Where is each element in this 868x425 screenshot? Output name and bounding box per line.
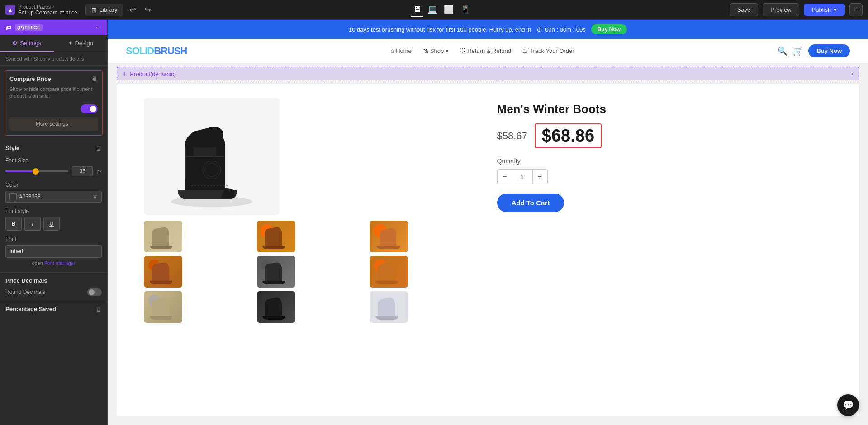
- thumbnail-grid: [144, 221, 479, 323]
- grid-icon: ⊞: [91, 6, 97, 14]
- product-images: [144, 98, 479, 402]
- compare-price-toggle[interactable]: [81, 104, 98, 113]
- redo-button[interactable]: ↪: [142, 3, 153, 17]
- quantity-label: Quantity: [497, 157, 832, 165]
- color-label: Color: [5, 182, 102, 188]
- color-input[interactable]: #333333 ✕: [5, 191, 102, 203]
- round-decimals-row: Round Decimals: [5, 288, 102, 296]
- slider-fill: [5, 170, 34, 172]
- quantity-decrease-button[interactable]: −: [497, 169, 512, 184]
- product-dynamic-banner[interactable]: + Product(dynamic) ›: [117, 67, 859, 80]
- p-price-icon: 🏷: [5, 24, 11, 31]
- undo-button[interactable]: ↩: [128, 3, 138, 17]
- percentage-saved-section: Percentage Saved 🖥: [0, 301, 107, 317]
- main-content: 🏷 (P) PRICE ← ⚙ Settings ✦ Design Synced…: [0, 20, 868, 425]
- thumbnail-1[interactable]: [144, 221, 182, 252]
- add-to-cart-button[interactable]: Add To Cart: [497, 194, 564, 212]
- font-select[interactable]: Inherit: [5, 245, 102, 258]
- search-icon[interactable]: 🔍: [778, 46, 787, 56]
- font-size-slider[interactable]: [5, 170, 68, 172]
- announcement-bar: 10 days test brushing without risk for f…: [108, 20, 868, 39]
- thumbnail-3[interactable]: [370, 221, 408, 252]
- tab-design[interactable]: ✦ Design: [54, 35, 108, 52]
- device-icons: 🖥 💻 ⬜ 📱: [411, 3, 472, 17]
- font-size-slider-row: 35 px: [5, 166, 102, 176]
- more-options-button[interactable]: ···: [849, 3, 863, 16]
- sidebar: 🏷 (P) PRICE ← ⚙ Settings ✦ Design Synced…: [0, 20, 108, 425]
- thumbnail-9[interactable]: [370, 291, 408, 323]
- design-tab-label: Design: [75, 40, 93, 47]
- save-button[interactable]: Save: [730, 3, 759, 16]
- store-nav-icons: 🔍 🛒 Buy Now: [778, 44, 850, 57]
- mobile-icon[interactable]: 📱: [458, 3, 472, 17]
- home-icon: ⌂: [390, 47, 394, 54]
- font-size-input[interactable]: 35: [72, 166, 93, 176]
- compare-price-header: Compare Price 🖥: [9, 75, 98, 82]
- more-settings-button[interactable]: More settings ›: [9, 117, 98, 131]
- bold-button[interactable]: B: [5, 217, 22, 231]
- slider-thumb[interactable]: [33, 168, 39, 175]
- style-section: Style 🖥 Font Size 35 px Color #333333 ✕: [0, 140, 107, 273]
- sidebar-tabs: ⚙ Settings ✦ Design: [0, 35, 107, 52]
- sidebar-header: 🏷 (P) PRICE ←: [0, 20, 107, 35]
- thumbnail-7[interactable]: [144, 291, 182, 323]
- nav-shop[interactable]: 🛍 Shop ▾: [422, 47, 449, 54]
- style-device-icon: 🖥: [95, 145, 102, 152]
- thumbnail-4[interactable]: [144, 256, 182, 288]
- main-product-image: [144, 98, 280, 215]
- boot-illustration: [148, 102, 275, 211]
- announcement-buy-now-button[interactable]: Buy Now: [591, 24, 627, 34]
- product-dynamic-label: Product(dynamic): [130, 71, 176, 77]
- quantity-value: 1: [512, 169, 532, 184]
- breadcrumb: Product Pages ›: [18, 4, 77, 9]
- sidebar-back-button[interactable]: ←: [95, 24, 102, 32]
- font-label: Font: [5, 236, 102, 242]
- thumbnail-2[interactable]: [257, 221, 295, 252]
- cart-icon[interactable]: 🛒: [793, 46, 803, 56]
- main-price-value: $68.86: [535, 123, 602, 148]
- laptop-icon[interactable]: 💻: [426, 3, 439, 17]
- countdown-timer: ⏱ 00h : 00m : 00s: [536, 26, 586, 33]
- round-decimals-label: Round Decimals: [5, 289, 45, 295]
- compare-price-description: Show or hide compare price if current pr…: [9, 86, 98, 100]
- nav-track-label: Track Your Order: [530, 47, 574, 54]
- font-style-row: B I U: [5, 217, 102, 231]
- store-nav-links: ⌂ Home 🛍 Shop ▾ 🛡 Return & Refund 🗂 Trac…: [200, 47, 764, 54]
- store-nav: SOLIDBRUSH ⌂ Home 🛍 Shop ▾ 🛡 Return & Re…: [108, 39, 868, 63]
- nav-home[interactable]: ⌂ Home: [390, 47, 412, 54]
- chat-icon[interactable]: 💬: [837, 394, 859, 416]
- timer-value: 00h : 00m : 00s: [545, 26, 586, 33]
- nav-home-label: Home: [396, 47, 412, 54]
- quantity-increase-button[interactable]: +: [532, 169, 548, 184]
- price-decimals-title: Price Decimals: [5, 277, 102, 284]
- italic-button[interactable]: I: [24, 217, 41, 231]
- underline-button[interactable]: U: [43, 217, 60, 231]
- color-clear-icon[interactable]: ✕: [92, 193, 98, 200]
- desktop-icon[interactable]: 🖥: [411, 3, 423, 17]
- font-manager-link[interactable]: Font manager: [44, 260, 75, 266]
- color-swatch: [9, 193, 17, 200]
- nav-track-order[interactable]: 🗂 Track Your Order: [522, 47, 574, 54]
- store-nav-buy-button[interactable]: Buy Now: [808, 44, 850, 57]
- font-select-row: Inherit: [5, 245, 102, 258]
- thumbnail-8[interactable]: [257, 291, 295, 323]
- preview-button[interactable]: Preview: [763, 3, 799, 16]
- round-decimals-toggle[interactable]: [87, 288, 102, 296]
- library-button[interactable]: ⊞ Library: [85, 4, 123, 16]
- tablet-icon[interactable]: ⬜: [442, 3, 455, 17]
- plus-icon: +: [123, 70, 126, 77]
- chevron-icon: ▾: [446, 47, 449, 54]
- tab-settings[interactable]: ⚙ Settings: [0, 35, 54, 52]
- font-style-label: Font style: [5, 208, 102, 214]
- nav-return-refund[interactable]: 🛡 Return & Refund: [460, 47, 511, 54]
- clock-icon: ⏱: [536, 26, 542, 33]
- logo-area: ▲ Product Pages › Set up Compare-at pric…: [5, 4, 77, 16]
- sidebar-title: 🏷 (P) PRICE: [5, 24, 43, 31]
- thumbnail-5[interactable]: [257, 256, 295, 288]
- quantity-controls: − 1 +: [497, 169, 832, 184]
- product-details: Men's Winter Boots $58.67 $68.86 Quantit…: [497, 98, 832, 402]
- thumbnail-6[interactable]: [370, 256, 408, 288]
- chat-bubble-icon: 💬: [843, 400, 854, 411]
- publish-button[interactable]: Publish ▾: [804, 4, 845, 16]
- chevron-down-icon: ▾: [834, 6, 837, 13]
